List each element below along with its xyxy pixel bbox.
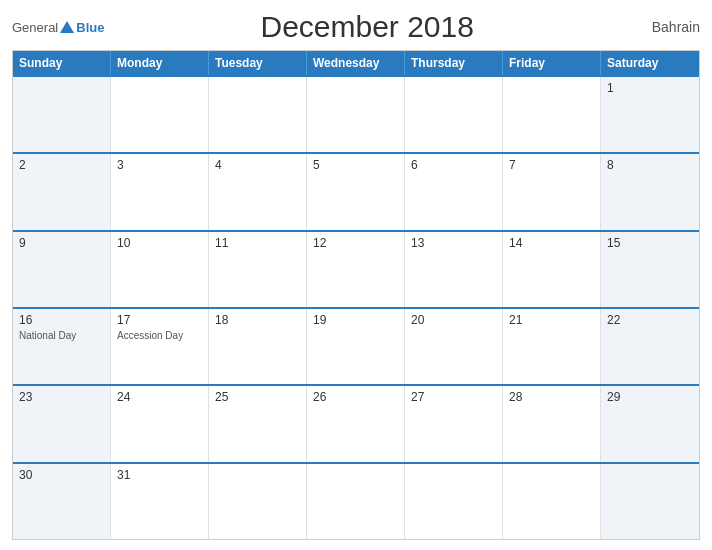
calendar-day-cell: 7 xyxy=(503,154,601,229)
calendar-day-cell xyxy=(405,77,503,152)
calendar-title: December 2018 xyxy=(104,10,630,44)
calendar-day-cell: 24 xyxy=(111,386,209,461)
day-number: 25 xyxy=(215,390,300,404)
calendar-grid: SundayMondayTuesdayWednesdayThursdayFrid… xyxy=(12,50,700,540)
day-number: 29 xyxy=(607,390,693,404)
calendar-day-cell xyxy=(209,464,307,539)
calendar-week-row: 23242526272829 xyxy=(13,384,699,461)
calendar-header-cell: Thursday xyxy=(405,51,503,75)
calendar-day-cell: 12 xyxy=(307,232,405,307)
day-number: 27 xyxy=(411,390,496,404)
calendar-week-row: 3031 xyxy=(13,462,699,539)
calendar-day-cell xyxy=(601,464,699,539)
calendar-day-cell: 22 xyxy=(601,309,699,384)
calendar-header-cell: Friday xyxy=(503,51,601,75)
day-number: 12 xyxy=(313,236,398,250)
calendar-week-row: 16National Day17Accession Day1819202122 xyxy=(13,307,699,384)
day-number: 2 xyxy=(19,158,104,172)
calendar-day-cell: 1 xyxy=(601,77,699,152)
day-number: 7 xyxy=(509,158,594,172)
day-number: 4 xyxy=(215,158,300,172)
calendar-day-cell xyxy=(209,77,307,152)
day-event: National Day xyxy=(19,329,104,342)
calendar-week-row: 2345678 xyxy=(13,152,699,229)
calendar-header-row: SundayMondayTuesdayWednesdayThursdayFrid… xyxy=(13,51,699,75)
calendar-day-cell xyxy=(503,464,601,539)
calendar-day-cell xyxy=(503,77,601,152)
day-number: 31 xyxy=(117,468,202,482)
calendar-day-cell: 21 xyxy=(503,309,601,384)
calendar-week-row: 1 xyxy=(13,75,699,152)
calendar-week-row: 9101112131415 xyxy=(13,230,699,307)
header: General Blue December 2018 Bahrain xyxy=(12,10,700,44)
logo: General Blue xyxy=(12,20,104,35)
day-number: 3 xyxy=(117,158,202,172)
day-number: 8 xyxy=(607,158,693,172)
calendar-day-cell: 17Accession Day xyxy=(111,309,209,384)
calendar-day-cell: 19 xyxy=(307,309,405,384)
calendar-day-cell: 23 xyxy=(13,386,111,461)
calendar-day-cell xyxy=(13,77,111,152)
calendar-page: General Blue December 2018 Bahrain Sunda… xyxy=(0,0,712,550)
calendar-day-cell xyxy=(307,464,405,539)
day-number: 16 xyxy=(19,313,104,327)
day-number: 26 xyxy=(313,390,398,404)
calendar-day-cell: 30 xyxy=(13,464,111,539)
day-number: 19 xyxy=(313,313,398,327)
logo-blue-text: Blue xyxy=(76,20,104,35)
day-number: 20 xyxy=(411,313,496,327)
calendar-header-cell: Monday xyxy=(111,51,209,75)
calendar-header-cell: Wednesday xyxy=(307,51,405,75)
day-number: 28 xyxy=(509,390,594,404)
day-number: 13 xyxy=(411,236,496,250)
calendar-day-cell: 8 xyxy=(601,154,699,229)
day-number: 6 xyxy=(411,158,496,172)
calendar-day-cell: 5 xyxy=(307,154,405,229)
calendar-day-cell: 31 xyxy=(111,464,209,539)
calendar-day-cell xyxy=(405,464,503,539)
calendar-day-cell: 29 xyxy=(601,386,699,461)
calendar-day-cell: 16National Day xyxy=(13,309,111,384)
calendar-day-cell: 3 xyxy=(111,154,209,229)
day-number: 5 xyxy=(313,158,398,172)
calendar-day-cell xyxy=(111,77,209,152)
day-number: 24 xyxy=(117,390,202,404)
calendar-day-cell: 27 xyxy=(405,386,503,461)
day-number: 1 xyxy=(607,81,693,95)
day-number: 23 xyxy=(19,390,104,404)
calendar-day-cell: 9 xyxy=(13,232,111,307)
calendar-day-cell: 6 xyxy=(405,154,503,229)
calendar-day-cell xyxy=(307,77,405,152)
calendar-day-cell: 11 xyxy=(209,232,307,307)
calendar-day-cell: 20 xyxy=(405,309,503,384)
day-number: 21 xyxy=(509,313,594,327)
day-number: 14 xyxy=(509,236,594,250)
calendar-header-cell: Saturday xyxy=(601,51,699,75)
calendar-day-cell: 14 xyxy=(503,232,601,307)
day-number: 18 xyxy=(215,313,300,327)
day-number: 30 xyxy=(19,468,104,482)
logo-triangle-icon xyxy=(60,21,74,33)
calendar-day-cell: 25 xyxy=(209,386,307,461)
calendar-day-cell: 13 xyxy=(405,232,503,307)
calendar-day-cell: 28 xyxy=(503,386,601,461)
calendar-day-cell: 10 xyxy=(111,232,209,307)
day-number: 22 xyxy=(607,313,693,327)
day-number: 15 xyxy=(607,236,693,250)
day-event: Accession Day xyxy=(117,329,202,342)
calendar-day-cell: 26 xyxy=(307,386,405,461)
day-number: 17 xyxy=(117,313,202,327)
country-label: Bahrain xyxy=(630,19,700,35)
calendar-day-cell: 15 xyxy=(601,232,699,307)
calendar-day-cell: 18 xyxy=(209,309,307,384)
calendar-header-cell: Sunday xyxy=(13,51,111,75)
day-number: 10 xyxy=(117,236,202,250)
logo-general-text: General xyxy=(12,20,58,35)
calendar-day-cell: 2 xyxy=(13,154,111,229)
day-number: 9 xyxy=(19,236,104,250)
calendar-body: 12345678910111213141516National Day17Acc… xyxy=(13,75,699,539)
calendar-day-cell: 4 xyxy=(209,154,307,229)
calendar-header-cell: Tuesday xyxy=(209,51,307,75)
day-number: 11 xyxy=(215,236,300,250)
